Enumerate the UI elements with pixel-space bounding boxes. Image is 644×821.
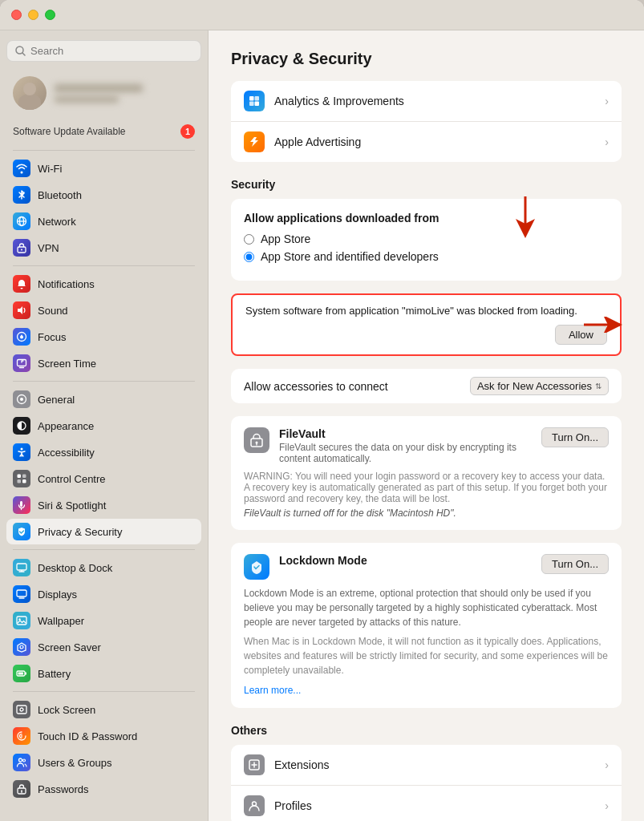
security-section-title: Security [231, 178, 622, 191]
sidebar-item-focus[interactable]: Focus [6, 324, 201, 350]
lockdown-button[interactable]: Turn On... [541, 554, 609, 574]
sidebar-item-label: Desktop & Dock [38, 562, 112, 574]
sidebar-item-label: Sound [38, 305, 68, 317]
sidebar-item-network[interactable]: Network [6, 208, 201, 234]
screensaver-icon [13, 638, 30, 656]
sidebar-item-battery[interactable]: Battery [6, 661, 201, 686]
sidebar-item-wallpaper[interactable]: Wallpaper [6, 608, 201, 633]
profiles-icon [244, 795, 265, 816]
profiles-label: Profiles [274, 799, 605, 812]
divider-2 [13, 265, 195, 266]
svg-rect-15 [22, 475, 26, 479]
lockdown-icon [244, 554, 269, 580]
titlebar [0, 0, 644, 30]
update-badge: 1 [180, 124, 195, 139]
search-input[interactable] [30, 45, 192, 57]
divider-4 [13, 549, 195, 550]
extensions-chevron: › [605, 758, 609, 771]
main-content-area: Privacy & Security [209, 30, 644, 821]
sidebar: Software Update Available 1 Wi-Fi [0, 30, 209, 821]
sidebar-item-screensaver[interactable]: Screen Saver [6, 634, 201, 660]
minimize-button[interactable] [28, 10, 38, 20]
lockdown-warning: When Mac is in Lockdown Mode, it will no… [244, 634, 609, 677]
sidebar-item-accessibility[interactable]: Accessibility [6, 439, 201, 465]
sidebar-item-general[interactable]: General [6, 386, 201, 412]
sidebar-section-display: Desktop & Dock Displays [6, 555, 201, 686]
sidebar-item-notifications[interactable]: Notifications [6, 271, 201, 297]
filevault-button[interactable]: Turn On... [541, 427, 609, 447]
sidebar-item-passwords[interactable]: Passwords [6, 776, 201, 802]
wifi-icon [13, 160, 30, 177]
main-content: Analytics & Improvements › Apple Adverti… [209, 81, 644, 821]
extensions-row[interactable]: Extensions › [231, 745, 622, 786]
siri-icon [13, 496, 30, 514]
notifications-icon [13, 275, 30, 293]
svg-point-11 [20, 398, 23, 401]
lockdown-title: Lockdown Mode [279, 554, 541, 567]
svg-line-1 [22, 53, 25, 55]
maximize-button[interactable] [45, 10, 55, 20]
sidebar-item-label: Wi-Fi [38, 163, 62, 175]
sidebar-item-wifi[interactable]: Wi-Fi [6, 156, 201, 181]
sidebar-item-privacy[interactable]: Privacy & Security [6, 519, 201, 544]
radio-appstore-input[interactable] [244, 234, 254, 245]
sidebar-item-bluetooth[interactable]: Bluetooth [6, 182, 201, 208]
sidebar-item-label: Privacy & Security [38, 526, 122, 538]
sidebar-item-desktop[interactable]: Desktop & Dock [6, 555, 201, 580]
apple-ads-row[interactable]: Apple Advertising › [231, 122, 622, 162]
sidebar-item-touchid[interactable]: Touch ID & Password [6, 723, 201, 749]
sidebar-item-label: Focus [38, 331, 66, 343]
avatar [13, 76, 47, 110]
sidebar-item-label: Notifications [38, 278, 95, 290]
sidebar-section-system2: General Appearance [6, 386, 201, 544]
filevault-icon [244, 427, 269, 453]
lockdown-desc: Lockdown Mode is an extreme, optional pr… [244, 586, 609, 629]
general-icon [13, 390, 30, 408]
sidebar-item-label: Lock Screen [38, 704, 95, 716]
traffic-lights [11, 10, 55, 20]
software-update-row[interactable]: Software Update Available 1 [6, 121, 201, 145]
arrow-right-annotation [580, 317, 628, 333]
sidebar-item-label: Wallpaper [38, 615, 84, 627]
privacy-icon [13, 523, 30, 540]
filevault-status: FileVault is turned off for the disk "Ma… [244, 508, 609, 519]
learn-more-link[interactable]: Learn more... [244, 685, 301, 696]
radio-appstore-label: App Store [261, 233, 310, 245]
filevault-title-group: FileVault FileVault secures the data on … [279, 427, 541, 464]
sidebar-item-siri[interactable]: Siri & Spotlight [6, 492, 201, 518]
main-header: Privacy & Security [209, 30, 644, 81]
svg-point-13 [21, 448, 23, 451]
profiles-chevron: › [605, 799, 609, 812]
profiles-row[interactable]: Profiles › [231, 786, 622, 821]
sidebar-item-screentime[interactable]: Screen Time [6, 350, 201, 376]
svg-rect-28 [25, 673, 26, 675]
sound-icon [13, 301, 30, 319]
search-box[interactable] [6, 40, 201, 62]
allow-row: Allow [245, 325, 607, 345]
sidebar-item-users[interactable]: Users & Groups [6, 750, 201, 775]
user-profile[interactable] [6, 71, 201, 115]
allow-download-card: Allow applications downloaded from App S… [231, 199, 622, 281]
radio-developers[interactable]: App Store and identified developers [244, 250, 609, 263]
radio-developers-input[interactable] [244, 252, 254, 262]
radio-appstore[interactable]: App Store [244, 233, 609, 245]
sidebar-item-lockscreen[interactable]: Lock Screen [6, 697, 201, 722]
sidebar-item-controlcentre[interactable]: Control Centre [6, 466, 201, 491]
passwords-icon [13, 780, 30, 798]
sidebar-item-sound[interactable]: Sound [6, 297, 201, 323]
sidebar-item-label: Battery [38, 668, 71, 680]
svg-rect-22 [17, 590, 26, 597]
analytics-row[interactable]: Analytics & Improvements › [231, 81, 622, 122]
filevault-header: FileVault FileVault secures the data on … [244, 427, 609, 464]
sidebar-item-vpn[interactable]: VPN [6, 235, 201, 261]
sidebar-item-appearance[interactable]: Appearance [6, 413, 201, 439]
accessories-label: Allow accessories to connect [244, 380, 470, 393]
controlcentre-icon [13, 470, 30, 487]
close-button[interactable] [11, 10, 22, 20]
sidebar-item-label: Bluetooth [38, 189, 82, 201]
sidebar-item-label: Passwords [38, 783, 89, 795]
svg-rect-24 [17, 617, 26, 625]
sidebar-item-label: Screen Saver [38, 641, 101, 653]
sidebar-item-displays[interactable]: Displays [6, 581, 201, 607]
accessories-select[interactable]: Ask for New Accessories ⇅ [470, 377, 609, 395]
